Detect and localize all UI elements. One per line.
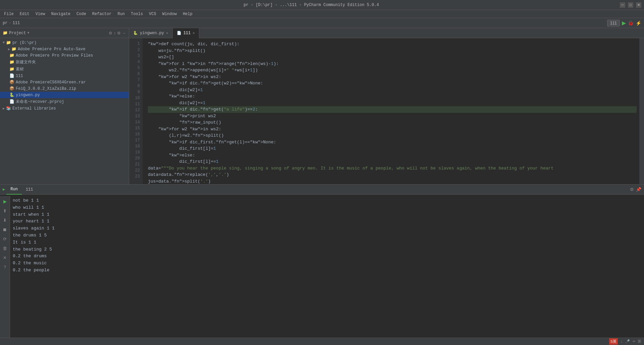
code-line-15: (l,r)=w2."fn">split(): [148, 132, 637, 139]
menu-item-run[interactable]: Run: [115, 11, 127, 17]
sidebar-header: 📁 Project ▼ ⚙ ↕ ⚙ →: [0, 28, 129, 38]
tree-icon-1: 📁: [11, 47, 16, 52]
line-num-1: 1: [129, 41, 140, 47]
tree-item-5[interactable]: 📄111: [0, 73, 129, 79]
menu-item-view[interactable]: View: [33, 11, 48, 17]
output-up-button[interactable]: ⬆: [1, 207, 9, 215]
menu-item-help[interactable]: Help: [180, 11, 195, 17]
bottom-settings-button[interactable]: ⚙: [630, 187, 634, 192]
tab-bar: 🐍yingwen.py✕📄111✕: [129, 28, 644, 38]
close-button[interactable]: ✕: [636, 2, 641, 8]
editor-tab-1[interactable]: 📄111✕: [173, 28, 199, 38]
tree-item-4[interactable]: 📁素材: [0, 66, 129, 73]
line-num-11: 11: [129, 101, 140, 107]
tree-item-6[interactable]: 📦Adobe PremiereCS6X64Green.rar: [0, 79, 129, 85]
sidebar-collapse-button[interactable]: →: [122, 31, 126, 36]
tab-close-0[interactable]: ✕: [166, 31, 168, 35]
output-reload-button[interactable]: ⟳: [1, 235, 9, 243]
menu-item-tools[interactable]: Tools: [128, 11, 146, 17]
code-line-17: dic_first[l]=1: [148, 145, 637, 152]
code-line-8: dic[w2]=1: [148, 87, 637, 93]
title-bar: pr - [D:\pr] - ...\111 - PyCharm Communi…: [0, 0, 644, 10]
tab-icon-0: 🐍: [133, 31, 138, 35]
menu-item-code[interactable]: Code: [74, 11, 89, 17]
tab-close-1[interactable]: ✕: [193, 31, 195, 35]
run-config-button[interactable]: 111: [607, 20, 620, 26]
code-line-22: jus=data."fn">split('.'): [148, 178, 637, 185]
breadcrumb-pr[interactable]: pr: [3, 21, 7, 25]
output-run-button[interactable]: ▶: [1, 197, 9, 205]
status-lang[interactable]: S英: [609, 338, 618, 345]
tree-item-7[interactable]: 📦FeiQ_3.0.0.2_XiaZaiBa.zip: [0, 85, 129, 92]
menu-item-vcs[interactable]: VCS: [146, 11, 159, 17]
breadcrumb-111[interactable]: 111: [13, 21, 20, 25]
maximize-button[interactable]: □: [628, 2, 633, 8]
code-line-12: "kw">print ws2: [148, 113, 637, 120]
code-line-16: "kw">if dic_first."fn">get(l)=="kw">None…: [148, 139, 637, 146]
menu-item-window[interactable]: Window: [160, 11, 179, 17]
line-num-9: 9: [129, 89, 140, 95]
menu-bar: FileEditViewNavigateCodeRefactorRunTools…: [0, 10, 644, 18]
output-line-7: the beating 2 5: [13, 246, 639, 253]
run-button[interactable]: ▶: [622, 20, 626, 26]
menu-item-file[interactable]: File: [1, 11, 16, 17]
output-stop-button[interactable]: ⏹: [1, 225, 9, 233]
tree-item-3[interactable]: 📁新建文件夹: [0, 59, 129, 66]
code-line-20: data="""Do you hear the people sing, sin…: [148, 165, 637, 172]
line-num-15: 15: [129, 125, 140, 131]
bottom-pin-button[interactable]: 📌: [636, 187, 641, 192]
output-line-2: start when 1 1: [13, 211, 639, 218]
tab-label-0: yingwen.py: [140, 31, 164, 36]
bottom-tabs: ▶ Run 111 ⚙ 📌: [0, 185, 644, 195]
code-line-4: "kw">for i "kw">in "fn">range("fn">len(w…: [148, 61, 637, 67]
output-trash-button[interactable]: 🗑: [1, 244, 9, 252]
output-text: not be 1 1who will 1 1start when 1 1your…: [10, 196, 641, 344]
status-keyboard-icon: ⌨: [633, 339, 635, 344]
output-close-button[interactable]: ✕: [1, 254, 9, 262]
tree-icon-3: 📁: [9, 60, 14, 65]
sidebar-sort-button[interactable]: ↕: [114, 31, 116, 36]
status-right: S英 ↓ 🎤 ⌨ 英: [609, 338, 641, 345]
tree-label-9: 未命名~recover.prproj: [16, 99, 64, 105]
menu-item-edit[interactable]: Edit: [17, 11, 32, 17]
output-line-0: not be 1 1: [13, 197, 639, 204]
tree-item-8[interactable]: 🐍yingwen.py: [0, 92, 129, 98]
tab-111[interactable]: 111: [22, 185, 37, 195]
menu-item-navigate[interactable]: Navigate: [48, 11, 73, 17]
line-num-20: 20: [129, 155, 140, 161]
run-sidebar: ▶ ⬆ ⬇ ⏹ ⟳ 🗑 ✕ ?: [0, 196, 10, 344]
tab-run[interactable]: Run: [6, 185, 22, 195]
menu-item-refactor[interactable]: Refactor: [90, 11, 114, 17]
debug-button[interactable]: 🐞: [628, 20, 634, 26]
output-down-button[interactable]: ⬇: [1, 216, 9, 224]
tree-icon-8: 🐍: [9, 92, 14, 97]
line-num-7: 7: [129, 77, 140, 83]
project-dropdown-icon[interactable]: ▼: [27, 31, 29, 35]
code-line-19: dic_first[l]+=1: [148, 158, 637, 165]
line-num-12: 12: [129, 107, 140, 113]
code-line-18: "kw">else:: [148, 152, 637, 159]
tree-item-1[interactable]: ▶📁Adobe Premiere Pro Auto-Save: [0, 46, 129, 52]
tree-icon-7: 📦: [9, 86, 14, 91]
line-num-3: 3: [129, 53, 140, 59]
window-controls: ─ □ ✕: [620, 2, 641, 8]
code-line-2: ws=ju."fn">split(): [148, 48, 637, 54]
output-help-button[interactable]: ?: [1, 263, 9, 271]
minimize-button[interactable]: ─: [620, 2, 625, 8]
sidebar-tools: ⚙ ↕ ⚙ →: [109, 31, 126, 36]
sidebar-sync-button[interactable]: ⚙: [109, 31, 112, 36]
tree-item-2[interactable]: 📁Adobe Premiere Pro Preview Files: [0, 52, 129, 59]
status-down-icon: ↓: [621, 340, 623, 344]
breadcrumb: pr › 111: [3, 21, 20, 25]
output-line-3: your heart 1 1: [13, 218, 639, 225]
tree-item-10[interactable]: ▶📚External Libraries: [0, 105, 129, 112]
sidebar-settings-button[interactable]: ⚙: [117, 31, 121, 36]
coverage-button[interactable]: ⚡: [636, 20, 641, 26]
editor-tab-0[interactable]: 🐍yingwen.py✕: [129, 28, 173, 38]
tree-item-9[interactable]: 📄未命名~recover.prproj: [0, 98, 129, 105]
output-line-6: It is 1 1: [13, 239, 639, 246]
output-line-8: 0.2 the drums: [13, 253, 639, 260]
tree-item-0[interactable]: ▼📁pr (D:\pr): [0, 40, 129, 46]
line-num-19: 19: [129, 149, 140, 155]
tree-label-4: 素材: [16, 66, 24, 72]
